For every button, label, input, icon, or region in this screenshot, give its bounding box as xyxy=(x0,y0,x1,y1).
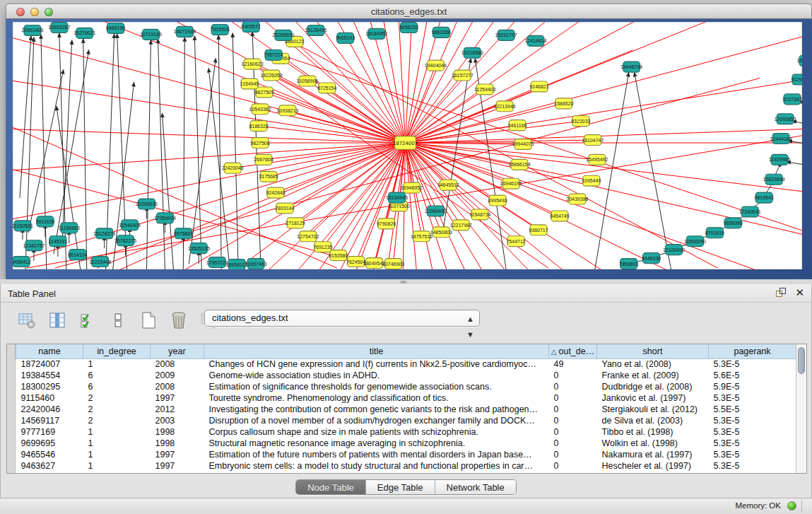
memory-ok-indicator[interactable] xyxy=(787,501,796,510)
graph-node[interactable]: 19944075 xyxy=(512,139,534,150)
graph-node[interactable]: 7544712 xyxy=(506,236,525,247)
graph-node[interactable]: 9405572 xyxy=(242,22,261,32)
tab-node-table[interactable]: Node Table xyxy=(296,480,365,494)
graph-node[interactable]: 9360717 xyxy=(529,225,548,235)
table-row[interactable]: 946554611997Estimation of the future num… xyxy=(16,449,796,460)
graph-node[interactable]: 18184952 xyxy=(365,28,387,39)
graph-node[interactable]: 16946952 xyxy=(401,182,423,193)
graph-node[interactable]: 16782275 xyxy=(114,235,136,246)
graph-node[interactable]: 2803144 xyxy=(275,203,294,214)
scrollbar-thumb[interactable] xyxy=(798,347,805,374)
graph-node[interactable]: 9862066 xyxy=(432,27,451,37)
graph-node[interactable]: 14645512 xyxy=(437,180,459,190)
graph-node[interactable]: 16157277 xyxy=(452,70,473,81)
graph-node[interactable]: 15866154 xyxy=(509,159,531,170)
table-settings-icon[interactable] xyxy=(16,310,37,331)
table-row[interactable]: 1938455462009Genome-wide association stu… xyxy=(16,370,796,381)
column-header-pagerank[interactable]: pagerank xyxy=(709,344,796,358)
tab-edge-table[interactable]: Edge Table xyxy=(365,480,435,494)
rows-icon[interactable] xyxy=(107,310,129,331)
graph-node[interactable]: 20439398 xyxy=(566,194,588,204)
graph-node[interactable]: 12342757 xyxy=(23,240,45,251)
graph-node[interactable]: 15128496 xyxy=(305,25,326,35)
graph-node[interactable]: 8614104 xyxy=(68,250,87,260)
graph-node[interactable]: 9227342 xyxy=(782,94,801,105)
graph-node[interactable]: 8791819 xyxy=(705,228,724,238)
graph-node[interactable]: 11254403 xyxy=(474,84,496,95)
table-row[interactable]: 2242004622012Investigating the contribut… xyxy=(16,404,796,415)
graph-node[interactable]: 10719185 xyxy=(140,29,162,40)
graph-node[interactable]: 9146821 xyxy=(529,81,548,92)
graph-node[interactable]: 12215448 xyxy=(89,257,111,267)
graph-node[interactable]: 9905193 xyxy=(336,33,355,43)
graph-node[interactable]: 8995493 xyxy=(488,195,507,206)
column-header-name[interactable]: name xyxy=(16,344,83,358)
graph-node[interactable]: 18226058 xyxy=(260,70,282,81)
graph-node[interactable]: 9975887 xyxy=(174,228,193,239)
graph-node[interactable]: 2667608 xyxy=(254,154,273,165)
graph-node[interactable]: 10746903 xyxy=(382,259,404,269)
graph-node[interactable]: 11548408 xyxy=(119,220,141,230)
graph-node[interactable]: 1588520 xyxy=(554,98,573,109)
graph-node[interactable]: 10653287 xyxy=(48,22,70,33)
graph-node[interactable]: 15276021 xyxy=(73,28,95,38)
graph-node[interactable]: 16104747 xyxy=(582,135,604,146)
graph-node[interactable]: 12100490 xyxy=(663,245,685,255)
graph-node[interactable]: 14850803 xyxy=(430,227,452,238)
graph-node[interactable]: 22420046 xyxy=(222,163,244,173)
graph-node[interactable]: 11156863 xyxy=(59,223,80,233)
graph-node[interactable]: 12754702 xyxy=(297,231,319,242)
graph-node[interactable]: 8454749 xyxy=(550,211,569,221)
graph-node[interactable]: 10543362 xyxy=(249,104,271,115)
citation-network-graph[interactable]: 8860123891295418226058982750910543362818… xyxy=(13,22,802,269)
graph-node[interactable]: 10397493 xyxy=(245,259,267,269)
graph-node[interactable]: 16291797 xyxy=(495,30,517,40)
table-row[interactable]: 946362711997Embryonic stem cells: a mode… xyxy=(16,460,796,472)
checklist-icon[interactable] xyxy=(77,310,98,331)
graph-node[interactable]: 2718129 xyxy=(286,218,305,228)
graph-node[interactable]: 9827509 xyxy=(254,87,273,98)
table-row[interactable]: 911546021997Tourette syndrome. Phenomeno… xyxy=(16,392,796,404)
table-vertical-scrollbar[interactable] xyxy=(796,344,806,473)
graph-node[interactable]: 25266590 xyxy=(272,30,294,40)
graph-node[interactable]: 17240041 xyxy=(739,206,761,217)
graph-node[interactable]: 8725154 xyxy=(317,83,336,93)
tab-network-table[interactable]: Network Table xyxy=(435,480,516,494)
table-row[interactable]: 969969511998Structural magnetic resonanc… xyxy=(16,438,796,449)
graph-node[interactable]: 12444164 xyxy=(770,134,792,144)
graph-node[interactable]: 9450412 xyxy=(13,257,31,267)
table-row[interactable]: 1872400712008Changes of HCN gene express… xyxy=(16,358,796,370)
graph-node[interactable]: 9790826 xyxy=(377,218,396,229)
graph-node[interactable]: 19448794 xyxy=(620,62,642,72)
graph-node[interactable]: 12080490 xyxy=(425,206,447,216)
graph-node[interactable]: 20206536 xyxy=(136,199,158,209)
graph-node[interactable]: 15495492 xyxy=(586,154,608,165)
column-header-title[interactable]: title xyxy=(204,344,549,358)
graph-node[interactable]: 9322033 xyxy=(571,116,590,127)
column-header-in-degree[interactable]: in_degree xyxy=(83,344,151,358)
graph-node[interactable]: 16946195 xyxy=(500,178,522,189)
graph-node[interactable]: 15134945 xyxy=(386,192,408,203)
graph-node[interactable]: 7850803 xyxy=(619,259,638,269)
graph-node[interactable]: 12414814 xyxy=(524,35,546,46)
graph-node[interactable]: 17957223 xyxy=(206,257,228,268)
graph-node[interactable]: 11548734 xyxy=(469,209,491,220)
graph-node[interactable]: 12093853 xyxy=(775,114,796,124)
splitter-grip-icon[interactable] xyxy=(400,281,407,284)
graph-node[interactable]: 9046330 xyxy=(642,253,661,264)
graph-node[interactable]: 11150561 xyxy=(13,221,33,231)
graph-node[interactable]: 9956085 xyxy=(724,218,743,228)
graph-node[interactable]: 12213946 xyxy=(494,101,516,112)
graph-node[interactable]: 7957224 xyxy=(264,49,283,60)
graph-node[interactable]: 3461166 xyxy=(508,120,527,131)
graph-node[interactable]: 1145191 xyxy=(48,236,67,247)
graph-node[interactable]: 10590090 xyxy=(684,236,706,247)
graph-node[interactable]: 1095449 xyxy=(582,175,601,186)
network-canvas[interactable]: 8860123891295418226058982750910543362818… xyxy=(13,22,802,269)
graph-node[interactable]: 11058906 xyxy=(297,76,319,86)
graph-node[interactable]: 20691406 xyxy=(21,25,43,35)
graph-node[interactable]: 8186328 xyxy=(249,121,268,132)
graph-node[interactable]: 7515526 xyxy=(211,24,230,35)
graph-node[interactable]: 19218586 xyxy=(461,47,483,58)
graph-node[interactable]: 12217987 xyxy=(450,220,472,230)
